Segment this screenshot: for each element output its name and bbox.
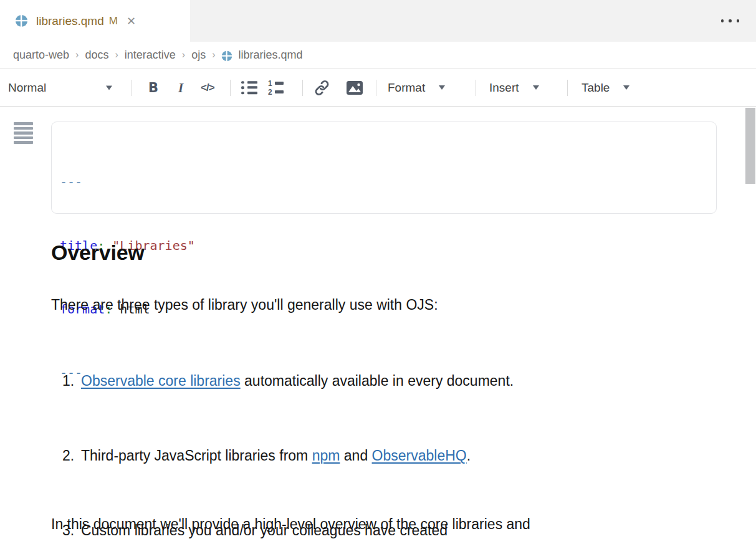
vertical-scrollbar-thumb[interactable] xyxy=(745,108,755,184)
insert-menu[interactable]: Insert xyxy=(489,81,539,95)
toolbar-separator xyxy=(230,80,231,96)
ellipsis-icon xyxy=(721,19,724,22)
italic-button[interactable]: I xyxy=(178,80,183,95)
chevron-down-icon xyxy=(533,85,539,90)
image-button[interactable] xyxy=(346,80,363,95)
tab-bar: libraries.qmd M ✕ xyxy=(0,0,756,42)
quarto-logo-icon xyxy=(221,50,232,62)
breadcrumb-separator: › xyxy=(212,49,215,60)
bulleted-list-button[interactable] xyxy=(241,81,257,95)
chevron-down-icon[interactable] xyxy=(106,85,112,90)
numbered-list-button[interactable]: 1 2 xyxy=(268,80,284,96)
close-icon[interactable]: ✕ xyxy=(127,16,136,27)
list-item[interactable]: 1. Observable core libraries automatical… xyxy=(51,371,514,390)
paragraph-style-dropdown[interactable]: Normal xyxy=(8,81,46,95)
code-button[interactable]: </> xyxy=(201,82,214,94)
overflow-menu-button[interactable] xyxy=(721,19,740,22)
link-button[interactable] xyxy=(313,79,330,96)
breadcrumb-item-ojs[interactable]: ojs xyxy=(191,49,206,62)
quarto-logo-icon xyxy=(15,14,28,27)
yaml-front-matter-block[interactable]: --- title: "Libraries" format: html --- xyxy=(51,122,717,214)
chevron-down-icon xyxy=(623,85,629,90)
closing-line: In this document we'll provide a high-le… xyxy=(51,512,537,537)
link-observable-core-libraries[interactable]: Observable core libraries xyxy=(81,373,241,389)
bold-button[interactable]: B xyxy=(148,80,158,95)
block-drag-handle-icon[interactable] xyxy=(14,122,33,144)
breadcrumb-separator: › xyxy=(115,49,118,60)
paragraph-intro[interactable]: There are three types of library you'll … xyxy=(51,295,438,314)
link-icon xyxy=(313,79,330,96)
toolbar-separator xyxy=(302,80,303,96)
yaml-line: title: "Libraries" xyxy=(60,235,716,256)
tab-title: libraries.qmd xyxy=(36,14,104,28)
tab-libraries-qmd[interactable]: libraries.qmd M ✕ xyxy=(0,0,190,42)
ellipsis-icon xyxy=(737,19,740,22)
formatting-toolbar: Normal B I </> 1 2 xyxy=(0,69,756,107)
breadcrumb-item-docs[interactable]: docs xyxy=(85,49,108,62)
modified-badge: M xyxy=(109,15,118,27)
paragraph-closing[interactable]: In this document we'll provide a high-le… xyxy=(51,462,537,554)
numbered-list-icon: 1 2 xyxy=(268,80,284,96)
editor-content: --- title: "Libraries" format: html --- … xyxy=(0,107,756,554)
ellipsis-icon xyxy=(729,19,732,22)
breadcrumb-item-file[interactable]: libraries.qmd xyxy=(238,49,302,62)
yaml-line: --- xyxy=(60,171,716,193)
toolbar-separator xyxy=(132,80,132,96)
heading-overview[interactable]: Overview xyxy=(51,239,145,265)
bulleted-list-icon xyxy=(241,81,257,95)
list-marker: 1. xyxy=(62,371,81,390)
breadcrumb-separator: › xyxy=(75,49,79,60)
chevron-down-icon xyxy=(439,85,445,90)
toolbar-separator xyxy=(476,80,476,96)
breadcrumb: quarto-web › docs › interactive › ojs › … xyxy=(0,42,756,69)
breadcrumb-item-quarto-web[interactable]: quarto-web xyxy=(13,49,69,62)
table-menu[interactable]: Table xyxy=(581,81,629,95)
format-menu[interactable]: Format xyxy=(388,81,445,95)
image-icon xyxy=(346,80,363,95)
toolbar-separator xyxy=(376,80,376,96)
toolbar-separator xyxy=(567,80,568,96)
breadcrumb-item-interactive[interactable]: interactive xyxy=(125,49,176,62)
breadcrumb-separator: › xyxy=(182,49,185,60)
visual-editor-window: libraries.qmd M ✕ quarto-web › docs › in… xyxy=(0,0,756,554)
